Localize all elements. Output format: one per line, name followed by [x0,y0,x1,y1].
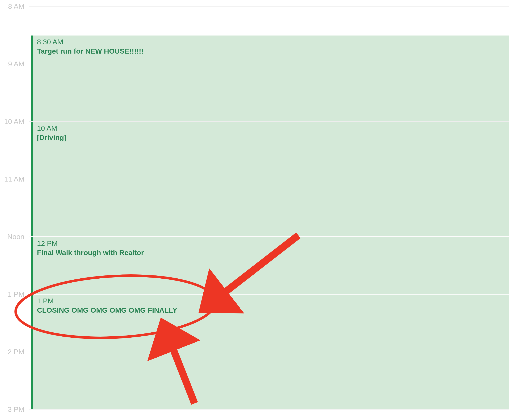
event-title: Target run for NEW HOUSE!!!!!! [37,46,505,56]
event-title: Final Walk through with Realtor [37,248,505,257]
time-gutter: 8 AM9 AM10 AM11 AMNoon1 PM2 PM3 PM [0,0,30,420]
event-title: [Driving] [37,133,505,142]
time-label: 1 PM [8,290,24,298]
time-label: 11 AM [4,175,24,183]
time-label: 2 PM [8,348,24,356]
time-label: Noon [7,232,24,241]
event-time: 10 AM [37,124,505,133]
calendar-event[interactable]: 12 PMFinal Walk through with Realtor [31,237,509,294]
event-time: 12 PM [37,239,505,248]
time-label: 8 AM [8,2,24,10]
time-label: 10 AM [4,117,24,126]
calendar-event[interactable]: 8:30 AMTarget run for NEW HOUSE!!!!!! [31,36,509,121]
time-label: 3 PM [8,405,24,413]
event-title: CLOSING OMG OMG OMG OMG FINALLY [37,306,505,315]
time-label: 9 AM [8,60,24,68]
calendar-day-view: 8 AM9 AM10 AM11 AMNoon1 PM2 PM3 PM 8:30 … [0,0,511,420]
event-time: 8:30 AM [37,37,505,46]
calendar-event[interactable]: 1 PMCLOSING OMG OMG OMG OMG FINALLY [31,295,509,409]
calendar-event[interactable]: 10 AM[Driving] [31,122,509,236]
events-area: 8:30 AMTarget run for NEW HOUSE!!!!!!10 … [31,0,509,420]
event-time: 1 PM [37,296,505,306]
